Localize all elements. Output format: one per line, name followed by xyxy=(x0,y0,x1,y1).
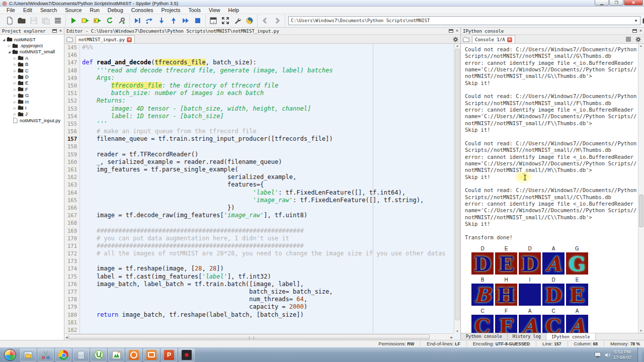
code-line-155[interactable]: 155 ''' xyxy=(64,120,454,128)
menu-source[interactable]: Source xyxy=(61,7,86,13)
tree-item-b[interactable]: ▷B xyxy=(0,61,64,67)
code-line-168[interactable]: 168 xyxy=(64,219,454,227)
python-interpreter-button[interactable] xyxy=(244,15,256,26)
screen-capture-taskbar-icon[interactable] xyxy=(108,348,124,361)
tree-item-e[interactable]: ▷E xyxy=(0,80,64,86)
media-player-taskbar-icon[interactable] xyxy=(179,348,195,361)
code-line-175[interactable]: 175 label = tf.cast(img_features['label'… xyxy=(64,273,454,281)
screen-recorder-taskbar-icon[interactable] xyxy=(126,348,142,361)
code-line-174[interactable]: 174 image = tf.reshape(image, [28, 28]) xyxy=(64,265,454,273)
browse-folder-button[interactable] xyxy=(640,15,644,26)
run-cell-button[interactable] xyxy=(79,15,92,26)
code-line-159[interactable]: 159 reader = tf.TFRecordReader() xyxy=(64,151,454,158)
save-file-button[interactable] xyxy=(28,15,40,26)
volume-icon[interactable] xyxy=(604,352,610,358)
code-area[interactable]: 145#%%146147def read_and_decode(tfrecord… xyxy=(64,44,454,333)
minimize-button[interactable]: ▁ xyxy=(595,0,609,6)
tree-item-h[interactable]: ▷H xyxy=(0,99,64,105)
editor-horizontal-scrollbar[interactable]: ◀ ▶ xyxy=(64,333,454,340)
tree-item-d[interactable]: ▷D xyxy=(0,73,64,79)
tree-item-notmnist[interactable]: ◢notMNIST xyxy=(0,36,64,42)
code-line-145[interactable]: 145#%% xyxy=(64,44,454,51)
snapshot-tool-taskbar-icon[interactable] xyxy=(143,348,159,361)
code-line-178[interactable]: 178 num_threads= 64, xyxy=(64,296,454,303)
close-tab-icon[interactable]: × xyxy=(507,37,512,42)
run-button[interactable] xyxy=(67,15,79,26)
code-line-181[interactable]: 181 xyxy=(64,319,454,326)
stop-debug-button[interactable] xyxy=(192,15,204,26)
code-line-179[interactable]: 179 capacity = 2000) xyxy=(64,303,454,311)
run-selection-button[interactable] xyxy=(104,15,116,26)
code-line-176[interactable]: 176 image_batch, label_batch = tf.train.… xyxy=(64,281,454,288)
bottom-tab-history-log[interactable]: History log xyxy=(508,333,546,340)
tree-item-notmnist_small[interactable]: ◢notMNIST_small xyxy=(0,49,64,55)
bottom-tab-python-console[interactable]: Python console xyxy=(461,333,508,340)
interrupt-kernel-icon[interactable] xyxy=(626,37,631,42)
powerpoint-taskbar-icon[interactable]: P xyxy=(161,348,177,361)
tree-item-g[interactable]: ▷G xyxy=(0,93,64,99)
run-cell-advance-button[interactable] xyxy=(92,15,104,26)
code-line-146[interactable]: 146 xyxy=(64,51,454,59)
working-directory-input[interactable]: C:\Users\Windows7\Documents\Python Scrip… xyxy=(288,16,640,25)
code-line-165[interactable]: 165 'image_raw': tf.FixedLenFeature([], … xyxy=(64,197,454,204)
menu-file[interactable]: File xyxy=(3,7,19,13)
explorer-taskbar-icon[interactable] xyxy=(20,348,36,361)
tree-item-i[interactable]: ▷I xyxy=(0,105,64,111)
snipping-tool-taskbar-icon[interactable] xyxy=(38,348,54,361)
code-line-162[interactable]: 162 serialized_example, xyxy=(64,173,454,181)
chevron-down-icon[interactable]: ▼ xyxy=(634,19,638,23)
undock-icon[interactable] xyxy=(449,29,453,33)
close-tab-icon[interactable]: × xyxy=(127,37,132,42)
code-line-150[interactable]: 150 tfrecords_file: the directory of tfr… xyxy=(64,82,454,89)
forward-button[interactable] xyxy=(271,15,283,26)
utorrent-taskbar-icon[interactable] xyxy=(91,348,107,361)
console-vertical-scrollbar[interactable]: ▲ ▼ xyxy=(638,44,644,333)
step-return-button[interactable] xyxy=(168,15,180,26)
start-button[interactable] xyxy=(2,348,19,361)
run-configuration-button[interactable] xyxy=(116,15,128,26)
code-line-153[interactable]: 153 image: 4D tensor - [batch_size, widt… xyxy=(64,105,454,113)
fullscreen-button[interactable] xyxy=(219,15,231,26)
tree-item-j[interactable]: ▷J xyxy=(0,111,64,117)
open-file-button[interactable] xyxy=(16,15,28,26)
tree-item-a[interactable]: ▷A xyxy=(0,55,64,61)
tree-item-notmnist_input.py[interactable]: notMNIST_input.py xyxy=(0,117,64,123)
undock-icon[interactable] xyxy=(52,29,57,33)
menu-tools[interactable]: Tools xyxy=(185,7,205,13)
new-file-button[interactable] xyxy=(4,15,16,26)
code-line-149[interactable]: 149 Args: xyxy=(64,74,454,82)
code-line-154[interactable]: 154 label: 1D tensor - [batch_size] xyxy=(64,113,454,120)
code-line-180[interactable]: 180 return image_batch, tf.reshape(label… xyxy=(64,311,454,319)
browse-tabs-icon[interactable] xyxy=(65,36,73,43)
tree-item-f[interactable]: ▷F xyxy=(0,86,64,92)
code-line-156[interactable]: 156 # make an input queue from the tfrec… xyxy=(64,128,454,135)
code-line-161[interactable]: 161 img_features = tf.parse_single_examp… xyxy=(64,166,454,173)
code-line-163[interactable]: 163 features={ xyxy=(64,181,454,189)
console-output[interactable]: Could not read: C://Users//Windows7//Doc… xyxy=(461,44,638,333)
browse-tabs-icon[interactable] xyxy=(462,36,470,43)
editor-vertical-scrollbar[interactable]: ▲ ▼ xyxy=(454,44,460,333)
step-into-button[interactable] xyxy=(155,15,168,26)
maximize-pane-button[interactable] xyxy=(207,15,219,26)
close-button[interactable]: ✕ xyxy=(624,0,643,6)
code-line-173[interactable]: 173 xyxy=(64,257,454,265)
menu-view[interactable]: View xyxy=(205,7,224,13)
close-panel-icon[interactable]: × xyxy=(639,29,642,33)
editor-tab[interactable]: notMNIST_input.py × xyxy=(75,35,135,43)
tree-item-.spyproject[interactable]: ▷.spyproject xyxy=(0,42,64,48)
continue-execution-button[interactable] xyxy=(180,15,192,26)
code-line-169[interactable]: 169 ####################################… xyxy=(64,227,454,235)
code-line-182[interactable]: 182 xyxy=(64,326,454,333)
menu-projects[interactable]: Projects xyxy=(157,7,185,13)
code-line-158[interactable]: 158 xyxy=(64,143,454,150)
undock-icon[interactable] xyxy=(632,29,637,33)
tools-button[interactable] xyxy=(231,15,244,26)
code-line-148[interactable]: 148 '''read and decode tfrecord file, ge… xyxy=(64,67,454,74)
calculator-taskbar-icon[interactable] xyxy=(73,348,89,361)
close-panel-icon[interactable]: × xyxy=(456,29,458,33)
code-line-167[interactable]: 167 image = tf.decode_raw(img_features['… xyxy=(64,212,454,219)
menu-help[interactable]: Help xyxy=(224,7,244,13)
menu-debug[interactable]: Debug xyxy=(104,7,127,13)
code-line-160[interactable]: 160 _, serialized_example = reader.read(… xyxy=(64,158,454,166)
code-line-177[interactable]: 177 batch_size= batch_size, xyxy=(64,288,454,296)
